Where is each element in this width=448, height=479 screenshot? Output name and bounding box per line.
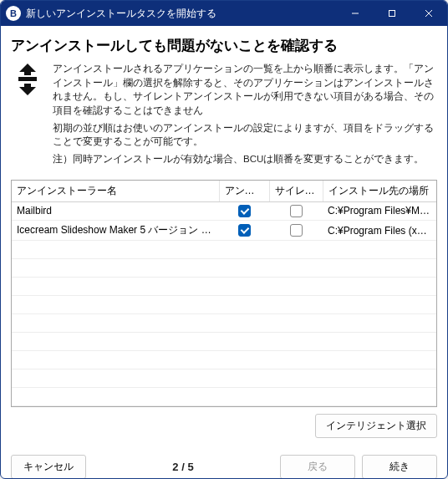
window: B 新しいアンインストールタスクを開始する アンインストールしても問題がないこと… (0, 0, 448, 479)
silent-checkbox[interactable] (290, 224, 303, 237)
window-title: 新しいアンインストールタスクを開始する (26, 7, 337, 21)
cell-location: C:¥Program Files¥Mail... (323, 201, 436, 220)
description-row: アンインストールされるアプリケーションの一覧を上から順番に表示します。「アンイン… (11, 62, 437, 170)
table-row-empty (12, 296, 436, 314)
col-header-location[interactable]: インストール先の場所 (323, 181, 436, 202)
uninstall-checkbox[interactable] (238, 205, 251, 217)
step-indicator: 2 / 5 (93, 461, 273, 473)
intelligent-select-button[interactable]: インテリジェント選択 (315, 414, 437, 438)
app-icon: B (6, 6, 21, 21)
table-row-empty (12, 388, 436, 406)
cell-location: C:¥Program Files (x86)¥... (323, 221, 436, 241)
description-p3: 注）同時アンインストールが有効な場合、BCUは順番を変更することができます。 (53, 152, 437, 166)
col-header-silent[interactable]: サイレント (269, 181, 323, 202)
content: アンインストールしても問題がないことを確認する アンインストールされるアプリケー… (1, 26, 447, 446)
window-controls (337, 1, 447, 26)
cell-name: Icecream Slideshow Maker 5 バージョン 5.01 (12, 221, 219, 241)
table-row[interactable]: Icecream Slideshow Maker 5 バージョン 5.01C:¥… (12, 221, 436, 241)
next-button[interactable]: 続き (362, 455, 437, 479)
sort-arrows-icon (11, 62, 44, 170)
description-text: アンインストールされるアプリケーションの一覧を上から順番に表示します。「アンイン… (53, 62, 437, 170)
footer: キャンセル 2 / 5 戻る 続き (1, 446, 447, 479)
below-table-bar: インテリジェント選択 (11, 414, 437, 438)
svg-rect-1 (389, 11, 395, 17)
svg-marker-4 (19, 64, 36, 75)
cell-silent (269, 221, 323, 241)
table-header-row: アンインストーラー名 アンイン... サイレント インストール先の場所 (12, 181, 436, 202)
description-p2: 初期の並び順はお使いのアンインストールの設定によりますが、項目をドラッグすること… (53, 121, 437, 149)
col-header-name[interactable]: アンインストーラー名 (12, 181, 219, 202)
titlebar: B 新しいアンインストールタスクを開始する (1, 1, 447, 26)
table-row-empty (12, 333, 436, 351)
table-row[interactable]: MailbirdC:¥Program Files¥Mail... (12, 201, 436, 220)
cell-uninstall (219, 221, 269, 241)
cancel-button[interactable]: キャンセル (11, 455, 86, 479)
cell-silent (269, 201, 323, 220)
svg-marker-6 (19, 84, 36, 95)
back-button[interactable]: 戻る (280, 455, 355, 479)
close-button[interactable] (410, 1, 447, 26)
silent-checkbox[interactable] (290, 205, 303, 217)
svg-rect-5 (18, 77, 37, 81)
page-heading: アンインストールしても問題がないことを確認する (11, 36, 437, 55)
table-row-empty (12, 241, 436, 259)
col-header-uninstall[interactable]: アンイン... (219, 181, 269, 202)
minimize-button[interactable] (337, 1, 374, 26)
table-row-empty (12, 369, 436, 388)
table-row-empty (12, 351, 436, 369)
uninstall-table: アンインストーラー名 アンイン... サイレント インストール先の場所 Mail… (11, 180, 437, 407)
maximize-button[interactable] (374, 1, 410, 26)
uninstall-checkbox[interactable] (238, 224, 251, 237)
table-row-empty (12, 278, 436, 296)
table-row-empty (12, 259, 436, 278)
cell-uninstall (219, 201, 269, 220)
cell-name: Mailbird (12, 201, 219, 220)
description-p1: アンインストールされるアプリケーションの一覧を上から順番に表示します。「アンイン… (53, 62, 437, 118)
table-row-empty (12, 314, 436, 333)
